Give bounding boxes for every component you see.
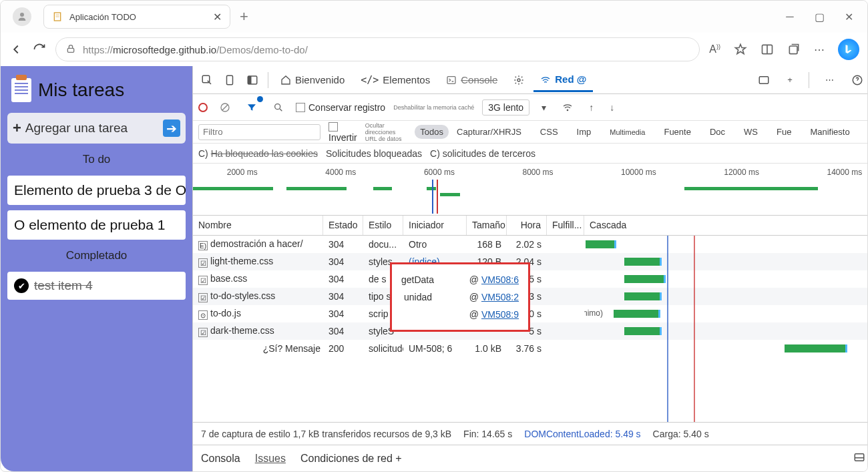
tab-sources[interactable] [507, 69, 531, 91]
col-type[interactable]: Estilo [363, 216, 403, 235]
maximize-icon[interactable]: ▢ [814, 11, 825, 22]
close-icon[interactable]: ✕ [213, 11, 222, 23]
submit-button[interactable]: ➔ [163, 120, 180, 137]
network-toolbar: Conservar registro Deshabilitar la memor… [193, 94, 868, 121]
more-icon[interactable]: ⋯ [814, 43, 825, 56]
add-task-label: Agregar una tarea [25, 121, 128, 136]
invert-checkbox[interactable]: Invertir [329, 122, 357, 143]
read-aloud-icon[interactable]: A)) [709, 43, 720, 55]
browser-tab[interactable]: Aplicación TODO ✕ [43, 5, 230, 29]
stack-link[interactable]: VM508:2 [481, 292, 519, 302]
type-all[interactable]: Todos [415, 125, 449, 139]
type-wasm[interactable]: Fue [771, 125, 797, 139]
type-font[interactable]: Fuente [658, 125, 696, 139]
svg-rect-10 [248, 76, 251, 84]
hide-data-urls[interactable]: Ocultar direcciones URL de datos [365, 122, 407, 142]
col-fulfill[interactable]: Fulfill... [547, 216, 584, 235]
wifi-icon[interactable] [558, 98, 577, 117]
drawer-network-conditions[interactable]: Condiciones de red + [300, 453, 402, 465]
chevron-down-icon[interactable]: ▾ [537, 98, 550, 117]
type-other[interactable]: Otro [863, 125, 868, 139]
inspect-icon[interactable] [197, 70, 217, 90]
col-size[interactable]: Tamaño [467, 216, 507, 235]
type-ws[interactable]: WS [738, 125, 763, 139]
drawer-console[interactable]: Consola [201, 453, 240, 465]
svg-rect-11 [447, 76, 455, 83]
type-img[interactable]: Imp [572, 125, 597, 139]
tab-network[interactable]: Red @ [533, 68, 593, 92]
clear-icon[interactable] [216, 98, 234, 117]
filter-toggle[interactable] [242, 98, 261, 117]
type-doc[interactable]: Doc [704, 125, 730, 139]
url-input[interactable]: https://microsoftedge.github.io/Demos/de… [55, 37, 700, 61]
device-icon[interactable] [220, 70, 240, 90]
download-icon[interactable]: ↓ [606, 98, 618, 117]
tab-elements[interactable]: </>Elementos [354, 69, 437, 91]
more-tools-icon[interactable]: ⋯ [821, 71, 838, 89]
todo-item[interactable]: O elemento de prueba 1 [7, 210, 186, 240]
panel-icon[interactable] [754, 70, 774, 90]
new-tab-button[interactable]: + [240, 8, 248, 25]
throttling-select[interactable]: 3G lento [482, 99, 529, 115]
table-row[interactable]: E)demostración a hacer/304docu...Otro168… [193, 236, 868, 253]
close-window-icon[interactable]: ✕ [843, 11, 854, 22]
record-button[interactable] [198, 103, 208, 112]
tab-welcome[interactable]: Bienvenido [274, 69, 351, 91]
lock-icon [65, 43, 76, 56]
type-css[interactable]: CSS [535, 125, 564, 139]
done-item[interactable]: ✔ test item 4 [7, 272, 186, 300]
add-tab-icon[interactable]: + [783, 71, 797, 89]
search-icon[interactable] [269, 98, 288, 117]
plus-icon: + [13, 120, 21, 137]
timeline-overview[interactable]: 2000 ms 4000 ms 6000 ms 8000 ms 10000 ms… [193, 164, 868, 216]
type-fetch[interactable]: Capturar/XHRJS [451, 125, 527, 139]
stack-link[interactable]: VM508:9 [481, 309, 519, 320]
table-row[interactable]: ⊙to-do.js304scrip0 s(anónimo) [193, 305, 868, 322]
table-row[interactable]: ☑dark-theme.css304styleS5 s [193, 322, 868, 340]
svg-rect-8 [227, 75, 233, 85]
document-icon [52, 11, 63, 22]
col-status[interactable]: Estado [323, 216, 363, 235]
type-manifest[interactable]: Manifiesto [805, 125, 855, 139]
table-row[interactable]: ☑base.css304de s5 s [193, 270, 868, 288]
profile-avatar[interactable] [13, 7, 31, 26]
browser-titlebar: Aplicación TODO ✕ + ─ ▢ ✕ [1, 1, 867, 33]
table-row[interactable]: ☑light-theme.css304styles...(índice)120 … [193, 253, 868, 270]
help-icon[interactable] [847, 70, 867, 90]
blocked-cookies[interactable]: C) Ha bloqueado las cookies [198, 148, 318, 159]
drawer-dock-icon[interactable] [853, 451, 865, 466]
devtools-panel: Bienvenido </>Elementos Console Red @ + … [192, 66, 868, 471]
minimize-icon[interactable]: ─ [785, 11, 795, 22]
dock-icon[interactable] [242, 70, 262, 90]
done-item-label: test item 4 [34, 278, 93, 293]
preserve-log-checkbox[interactable]: Conservar registro [296, 102, 385, 113]
disable-cache-label[interactable]: Deshabilitar la memoria caché [393, 104, 474, 111]
svg-line-18 [280, 109, 282, 111]
bing-icon[interactable] [838, 39, 859, 60]
upload-icon[interactable]: ↑ [585, 98, 598, 117]
address-bar: https://microsoftedge.github.io/Demos/de… [1, 33, 867, 66]
favorite-icon[interactable] [734, 43, 747, 56]
table-row[interactable]: ¿Sí? Mensaje200solicitudesUM-508; 61.0 k… [193, 340, 868, 357]
todo-item[interactable]: Elemento de prueba 3 de O [7, 176, 186, 205]
refresh-button[interactable] [33, 43, 46, 56]
col-waterfall[interactable]: Cascada [584, 216, 868, 235]
stack-link[interactable]: VM508:6 [481, 274, 519, 285]
col-time[interactable]: Hora [507, 216, 547, 235]
drawer-issues[interactable]: Issues [255, 453, 286, 465]
type-media[interactable]: Multimedia [604, 126, 650, 138]
col-name[interactable]: Nombre [193, 216, 323, 235]
filter-bar: Invertir Ocultar direcciones URL de dato… [193, 121, 868, 144]
check-icon: ✔ [14, 278, 29, 293]
col-initiator[interactable]: Iniciador [403, 216, 467, 235]
filter-input[interactable] [198, 124, 320, 140]
collections-icon[interactable] [787, 43, 801, 56]
third-party[interactable]: C) solicitudes de terceros [430, 148, 535, 159]
url-text: https://microsoftedge.github.io/Demos/de… [83, 44, 308, 55]
tab-console[interactable]: Console [439, 69, 504, 91]
table-row[interactable]: ☑to-do-styles.css304tipo s3 s [193, 288, 868, 305]
add-task-input[interactable]: + Agregar una tarea ➔ [7, 113, 186, 144]
back-button[interactable] [9, 42, 23, 57]
blocked-requests[interactable]: Solicitudes bloqueadas [326, 148, 422, 159]
split-screen-icon[interactable] [761, 43, 774, 56]
